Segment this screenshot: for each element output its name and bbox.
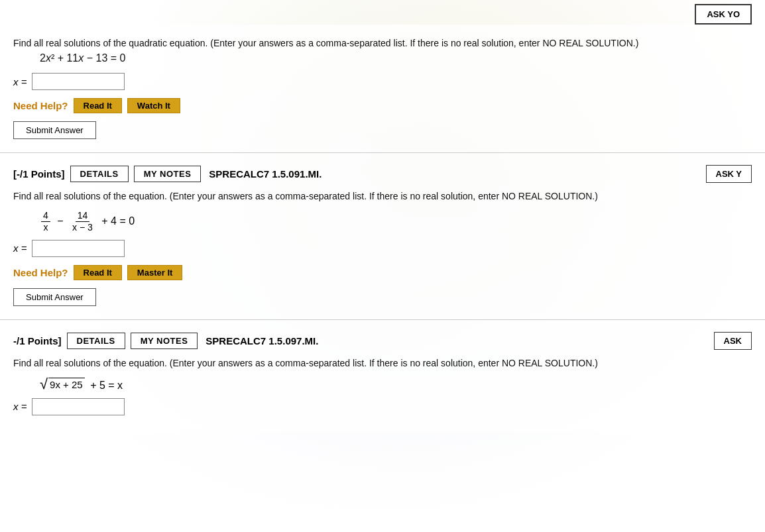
section3-answer-label: x = — [13, 401, 27, 412]
section3-header: -/1 Points] DETAILS MY NOTES SPRECALC7 1… — [13, 332, 752, 350]
section3-answer-row: x = — [13, 398, 752, 415]
section2-read-it-button[interactable]: Read It — [74, 265, 122, 280]
section1-answer-input[interactable] — [32, 73, 125, 90]
section2-ask-button[interactable]: ASK Y — [706, 165, 752, 183]
main-content: ASK YO Find all real solutions of the qu… — [0, 0, 765, 433]
section2-header: [-/1 Points] DETAILS MY NOTES SPRECALC7 … — [13, 165, 752, 183]
ask-your-button-1[interactable]: ASK YO — [695, 4, 752, 25]
section1-submit-button[interactable]: Submit Answer — [13, 121, 96, 139]
section3-equation-rest: + 5 = x — [90, 380, 123, 391]
section3-answer-input[interactable] — [32, 398, 125, 415]
fraction2-den: x − 3 — [70, 222, 95, 233]
section2-answer-input[interactable] — [32, 240, 125, 257]
section1-instruction: Find all real solutions of the quadratic… — [13, 36, 752, 66]
fraction1-den: x — [41, 222, 50, 233]
sqrt-expression: √ 9x + 25 — [40, 377, 85, 392]
fraction1: 4 x — [41, 210, 50, 233]
section1-need-help-label: Need Help? — [13, 100, 68, 111]
section3: -/1 Points] DETAILS MY NOTES SPRECALC7 1… — [0, 319, 765, 433]
section2-master-it-button[interactable]: Master It — [127, 265, 182, 280]
section2-answer-row: x = — [13, 240, 752, 257]
section3-instruction: Find all real solutions of the equation.… — [13, 356, 752, 370]
section3-mynotes-button[interactable]: MY NOTES — [131, 333, 198, 349]
fraction2: 14 x − 3 — [70, 210, 95, 233]
section1: Find all real solutions of the quadratic… — [0, 25, 765, 152]
section3-points: -/1 Points] — [13, 335, 62, 346]
minus-sign: − — [57, 215, 63, 227]
fraction2-num: 14 — [76, 210, 90, 222]
section3-ask-button[interactable]: ASK — [714, 332, 752, 350]
section2-submit-button[interactable]: Submit Answer — [13, 288, 96, 306]
section1-answer-label: x = — [13, 76, 27, 87]
section2-submit-row: Submit Answer — [13, 288, 752, 306]
section2-mynotes-button[interactable]: MY NOTES — [134, 166, 202, 182]
section2-need-help-label: Need Help? — [13, 267, 68, 278]
section2-answer-label: x = — [13, 242, 27, 254]
sqrt-content: 9x + 25 — [48, 378, 85, 390]
section1-answer-row: x = — [13, 73, 752, 90]
section2-points: [-/1 Points] — [13, 168, 65, 180]
section3-equation: √ 9x + 25 + 5 = x — [40, 377, 752, 392]
section1-submit-row: Submit Answer — [13, 121, 752, 139]
section3-details-button[interactable]: DETAILS — [67, 333, 125, 349]
fraction1-num: 4 — [41, 210, 50, 222]
section2-equation: 4 x − 14 x − 3 + 4 = 0 — [40, 210, 752, 233]
sqrt-sign: √ — [40, 377, 48, 392]
section2-need-help-row: Need Help? Read It Master It — [13, 265, 752, 280]
section1-watch-it-button[interactable]: Watch It — [127, 98, 180, 113]
equation-rest: + 4 = 0 — [101, 215, 135, 227]
section1-need-help-row: Need Help? Read It Watch It — [13, 98, 752, 113]
section1-equation: 2x² + 11x − 13 = 0 — [40, 52, 125, 64]
section1-read-it-button[interactable]: Read It — [74, 98, 122, 113]
section2-problem-id: SPRECALC7 1.5.091.MI. — [209, 168, 322, 180]
section2-instruction: Find all real solutions of the equation.… — [13, 189, 752, 203]
section2: [-/1 Points] DETAILS MY NOTES SPRECALC7 … — [0, 152, 765, 319]
page-wrapper: ASK YO Find all real solutions of the qu… — [0, 0, 765, 532]
section3-problem-id: SPRECALC7 1.5.097.MI. — [206, 335, 318, 346]
section2-details-button[interactable]: DETAILS — [70, 166, 129, 182]
section1-topbar: ASK YO — [0, 0, 765, 25]
